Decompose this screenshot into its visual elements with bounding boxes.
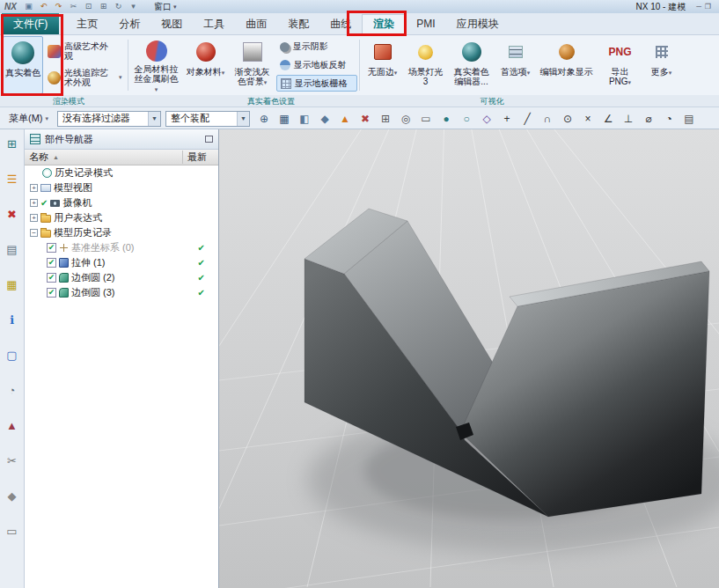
show-shadow-toggle[interactable]: 显示阴影 — [276, 39, 357, 55]
select-all-icon[interactable]: ⊞ — [379, 109, 392, 129]
tab-surface[interactable]: 曲面 — [235, 14, 277, 34]
save-icon[interactable]: ▣ — [24, 0, 33, 13]
tree-row-model-history[interactable]: − 模型历史记录 — [25, 225, 218, 240]
rectangle-select-icon[interactable]: ▭ — [420, 109, 432, 129]
snap-perpendicular-icon[interactable]: ⊥ — [622, 109, 635, 129]
panel-pin-button[interactable] — [205, 136, 213, 143]
true-shading-editor-button[interactable]: 真实着色编辑器... — [449, 36, 495, 94]
expand-icon[interactable]: + — [30, 214, 38, 222]
highlight-icon[interactable]: ▲ — [339, 109, 351, 129]
snap-midpoint-icon[interactable]: ╱ — [521, 109, 533, 129]
no-face-edges-button[interactable]: 无面边▾ — [363, 36, 403, 94]
tree-row-extrude[interactable]: ✔ 拉伸 (1) ✔ — [25, 255, 218, 270]
export-png-button[interactable]: PNG 导出 PNG▾ — [598, 36, 642, 94]
window-menu[interactable]: 窗口 ▾ — [154, 1, 177, 13]
copy-icon[interactable]: ⊡ — [84, 0, 93, 13]
tab-assemblies[interactable]: 装配 — [277, 14, 319, 34]
background-button[interactable]: 渐变浅灰色背景▾ — [230, 36, 275, 94]
web-browser-icon[interactable]: ▢ — [6, 349, 17, 362]
tab-application[interactable]: 应用模块 — [446, 14, 510, 34]
tree-row-edge-blend-2[interactable]: ✔ 边倒圆 (2) ✔ — [25, 270, 218, 285]
menu-button[interactable]: 菜单(M) ▾ — [4, 111, 53, 126]
manufacturing-wizard-icon[interactable]: ✂ — [7, 455, 17, 467]
hd3d-tools-icon[interactable]: ℹ — [10, 314, 14, 327]
tree-row-history-mode[interactable]: 历史记录模式 — [25, 165, 218, 180]
grid-options-icon[interactable]: ▤ — [683, 109, 695, 129]
tab-curve[interactable]: 曲线 — [319, 14, 362, 34]
tree-row-model-views[interactable]: + 模型视图 — [25, 180, 218, 195]
paste-icon[interactable]: ⊞ — [99, 0, 108, 13]
part-navigator-icon[interactable]: ▤ — [6, 244, 17, 256]
selection-tool-icon[interactable]: ⊞ — [7, 138, 17, 151]
tab-file[interactable]: 文件(F) — [2, 13, 59, 34]
deselect-all-icon[interactable]: ✖ — [359, 109, 371, 129]
redo-icon[interactable]: ↷ — [54, 0, 63, 13]
assembly-navigator-icon[interactable]: ☰ — [7, 173, 18, 186]
history-icon[interactable]: ◔ — [9, 385, 16, 397]
select-body-icon[interactable]: ◆ — [319, 109, 331, 129]
system-scene-notes-icon[interactable]: ▭ — [6, 526, 17, 538]
column-name[interactable]: 名称 — [29, 151, 48, 164]
show-floor-reflection-toggle[interactable]: 显示地板反射 — [276, 57, 357, 74]
snap-angle-icon[interactable]: ∠ — [602, 109, 614, 129]
tab-tools[interactable]: 工具 — [193, 14, 235, 34]
expand-icon[interactable]: + — [30, 199, 38, 207]
wireframe-display-icon[interactable]: ○ — [460, 109, 473, 129]
selection-scope-dropdown[interactable]: 整个装配 ▼ — [165, 111, 250, 127]
snap-endpoint-icon[interactable]: + — [501, 109, 513, 129]
feature-checkbox[interactable]: ✔ — [47, 258, 56, 268]
tab-render[interactable]: 渲染 — [362, 14, 406, 34]
snap-diameter-icon[interactable]: ⌀ — [642, 109, 655, 129]
true-shading-button[interactable]: 真实着色 — [3, 36, 43, 94]
graphics-window[interactable] — [219, 129, 719, 588]
reuse-library-icon[interactable]: ▦ — [6, 279, 17, 291]
snap-quadrant-icon[interactable]: ◔ — [663, 109, 675, 129]
tree-row-user-expressions[interactable]: + 用户表达式 — [25, 210, 218, 225]
snap-intersection-icon[interactable]: × — [582, 109, 594, 129]
feature-checkbox[interactable]: ✔ — [47, 243, 56, 253]
scene-lights-button[interactable]: 场景灯光 3 — [405, 36, 447, 94]
column-latest[interactable]: 最新 — [182, 151, 214, 164]
tab-view[interactable]: 视图 — [150, 14, 193, 34]
selection-filter-dropdown[interactable]: 没有选择过滤器 ▼ — [57, 111, 161, 127]
tab-pmi[interactable]: PMI — [406, 14, 445, 34]
preferences-button[interactable]: 首选项▾ — [496, 36, 535, 94]
lasso-icon[interactable]: ◎ — [400, 109, 412, 129]
advanced-studio-button[interactable]: 高级艺术外观 — [44, 39, 126, 63]
ray-traced-studio-button[interactable]: 光线追踪艺术外观 ▾ — [44, 65, 126, 90]
snap-center-icon[interactable]: ⊙ — [561, 109, 574, 129]
feature-checkbox[interactable]: ✔ — [47, 288, 56, 298]
orient-view-icon[interactable]: ◇ — [481, 109, 493, 129]
feature-checkbox[interactable]: ✔ — [47, 273, 56, 283]
minimize-button[interactable]: ─ — [696, 3, 705, 11]
restore-button[interactable]: ❐ — [705, 3, 715, 11]
show-floor-grid-toggle[interactable]: 显示地板栅格 — [276, 75, 357, 92]
tab-analysis[interactable]: 分析 — [108, 14, 150, 34]
tab-home[interactable]: 主页 — [66, 14, 108, 34]
repeat-command-icon[interactable]: ↻ — [114, 0, 123, 13]
cut-icon[interactable]: ✂ — [69, 0, 78, 13]
expand-icon[interactable]: + — [30, 184, 38, 192]
constraint-navigator-icon[interactable]: ✖ — [7, 209, 17, 221]
more-button[interactable]: 更多▾ — [644, 36, 679, 94]
global-material-button[interactable]: 全局材料拉丝金属刷色▾ — [131, 36, 182, 94]
object-material-button[interactable]: 对象材料▾ — [184, 36, 228, 94]
snap-arc-icon[interactable]: ∩ — [541, 109, 554, 129]
shaded-display-icon[interactable]: ● — [440, 109, 452, 129]
sort-ascending-icon[interactable]: ▲ — [53, 154, 59, 160]
dropdown-arrow-icon[interactable]: ▼ — [148, 112, 160, 126]
process-studio-icon[interactable]: ▲ — [6, 420, 18, 432]
select-face-icon[interactable]: ◧ — [298, 109, 311, 129]
undo-icon[interactable]: ↶ — [39, 0, 48, 13]
snap-settings-icon[interactable]: ▦ — [278, 109, 290, 129]
collapse-icon[interactable]: − — [30, 229, 38, 237]
edit-object-display-button[interactable]: 编辑对象显示 — [537, 36, 597, 94]
tree-row-cameras[interactable]: + ✔ 摄像机 — [25, 195, 218, 210]
snap-point-icon[interactable]: ⊕ — [258, 109, 270, 129]
roles-icon[interactable]: ◆ — [8, 490, 17, 503]
rendered-scene[interactable] — [219, 129, 719, 588]
tree-row-datum-csys[interactable]: ✔ 基准坐标系 (0) ✔ — [25, 240, 218, 255]
customize-icon[interactable]: ▾ — [128, 0, 138, 13]
tree-row-edge-blend-3[interactable]: ✔ 边倒圆 (3) ✔ — [25, 285, 218, 300]
dropdown-arrow-icon[interactable]: ▼ — [237, 112, 249, 126]
